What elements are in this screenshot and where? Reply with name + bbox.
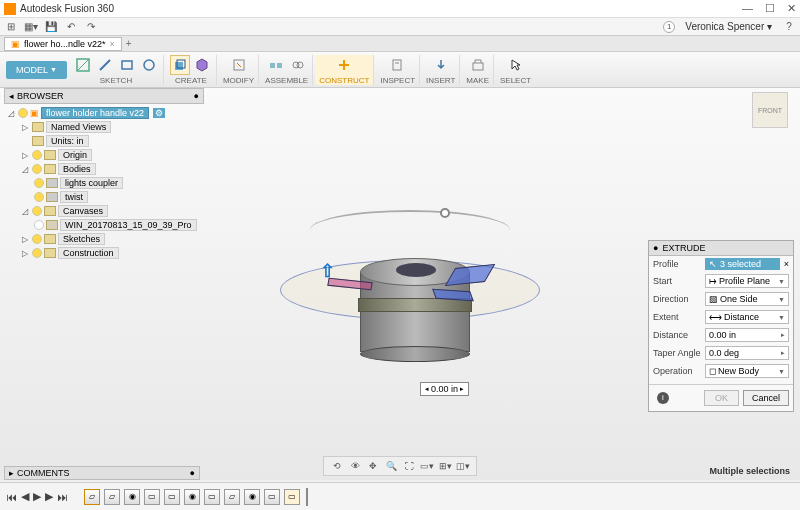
make-icon[interactable] bbox=[468, 55, 488, 75]
app-grid-icon[interactable]: ⊞ bbox=[4, 20, 18, 34]
tree-item[interactable]: ◿Bodies bbox=[6, 162, 212, 176]
tree-item[interactable]: ▷Sketches bbox=[6, 232, 212, 246]
distance-input[interactable]: 0.00 in▸ bbox=[705, 328, 789, 342]
tree-item[interactable]: lights coupler bbox=[6, 176, 212, 190]
operation-dropdown[interactable]: ◻ New Body▼ bbox=[705, 364, 789, 378]
dimension-input[interactable]: ◂0.00 in▸ bbox=[420, 382, 469, 396]
minimize-button[interactable]: — bbox=[742, 2, 753, 15]
viewport-dropdown[interactable]: ◫▾ bbox=[456, 459, 470, 473]
comments-panel[interactable]: ▸COMMENTS ● bbox=[4, 466, 200, 480]
timeline-step[interactable]: ▭ bbox=[284, 489, 300, 505]
box-icon[interactable] bbox=[192, 55, 212, 75]
grid-dropdown[interactable]: ⊞▾ bbox=[438, 459, 452, 473]
make-label[interactable]: MAKE bbox=[466, 76, 489, 85]
timeline-end[interactable]: ⏭ bbox=[57, 491, 68, 503]
modify-label[interactable]: MODIFY bbox=[223, 76, 254, 85]
inspect-icon[interactable] bbox=[388, 55, 408, 75]
timeline-step[interactable]: ▭ bbox=[264, 489, 280, 505]
undo-icon[interactable]: ↶ bbox=[64, 20, 78, 34]
look-icon[interactable]: 👁 bbox=[348, 459, 362, 473]
joint-icon[interactable] bbox=[288, 55, 308, 75]
timeline-playhead[interactable] bbox=[306, 488, 308, 506]
timeline-play[interactable]: ▶ bbox=[33, 490, 41, 503]
start-dropdown[interactable]: ↦ Profile Plane▼ bbox=[705, 274, 789, 288]
model-geometry[interactable]: ⇧ bbox=[300, 210, 520, 390]
save-icon[interactable]: 💾 bbox=[44, 20, 58, 34]
help-badge[interactable]: 1 bbox=[663, 21, 675, 33]
tree-root[interactable]: ◿▣ flower holder handle v22 ⚙ bbox=[6, 106, 212, 120]
timeline-start[interactable]: ⏮ bbox=[6, 491, 17, 503]
workspace-switcher[interactable]: MODEL ▼ bbox=[6, 61, 67, 79]
orbit-icon[interactable]: ⟲ bbox=[330, 459, 344, 473]
tree-item[interactable]: ▷Named Views bbox=[6, 120, 212, 134]
timeline-step[interactable]: ◉ bbox=[184, 489, 200, 505]
timeline-back[interactable]: ◀ bbox=[21, 490, 29, 503]
gear-icon[interactable]: ⚙ bbox=[153, 108, 165, 118]
tree-item[interactable]: Units: in bbox=[6, 134, 212, 148]
cylinder-bottom[interactable] bbox=[360, 346, 470, 362]
extrude-header[interactable]: ●EXTRUDE bbox=[649, 241, 793, 256]
assemble-icon[interactable] bbox=[266, 55, 286, 75]
maximize-button[interactable]: ☐ bbox=[765, 2, 775, 15]
timeline-step[interactable]: ▱ bbox=[104, 489, 120, 505]
cancel-button[interactable]: Cancel bbox=[743, 390, 789, 406]
ok-button[interactable]: OK bbox=[704, 390, 739, 406]
direction-dropdown[interactable]: ▧ One Side▼ bbox=[705, 292, 789, 306]
comments-settings-icon[interactable]: ● bbox=[190, 468, 195, 478]
browser-header[interactable]: ◂ BROWSER ● bbox=[4, 88, 204, 104]
timeline-step[interactable]: ▭ bbox=[144, 489, 160, 505]
extrude-icon[interactable] bbox=[170, 55, 190, 75]
select-icon[interactable] bbox=[506, 55, 526, 75]
clear-selection-icon[interactable]: × bbox=[784, 259, 789, 269]
timeline-step[interactable]: ◉ bbox=[244, 489, 260, 505]
line-icon[interactable] bbox=[95, 55, 115, 75]
tree-item[interactable]: ◿Canvases bbox=[6, 204, 212, 218]
help-icon[interactable]: ? bbox=[782, 20, 796, 34]
circle-icon[interactable] bbox=[139, 55, 159, 75]
document-tab-label: flower ho...ndle v22* bbox=[24, 39, 106, 49]
taper-input[interactable]: 0.0 deg▸ bbox=[705, 346, 789, 360]
new-tab-button[interactable]: + bbox=[126, 38, 132, 49]
assemble-label[interactable]: ASSEMBLE bbox=[265, 76, 308, 85]
timeline-step[interactable]: ▱ bbox=[84, 489, 100, 505]
user-menu[interactable]: Veronica Spencer ▾ bbox=[681, 21, 776, 32]
file-menu[interactable]: ▦▾ bbox=[24, 20, 38, 34]
extrude-direction-arrow[interactable]: ⇧ bbox=[320, 260, 335, 282]
insert-label[interactable]: INSERT bbox=[426, 76, 455, 85]
extent-dropdown[interactable]: ⟷ Distance▼ bbox=[705, 310, 789, 324]
fit-icon[interactable]: ⛶ bbox=[402, 459, 416, 473]
close-button[interactable]: ✕ bbox=[787, 2, 796, 15]
inspect-label[interactable]: INSPECT bbox=[380, 76, 415, 85]
profile-selection[interactable]: ↖ 3 selected bbox=[705, 258, 780, 270]
quick-access-bar: ⊞ ▦▾ 💾 ↶ ↷ 1 Veronica Spencer ▾ ? bbox=[0, 18, 800, 36]
timeline-fwd[interactable]: ▶ bbox=[45, 490, 53, 503]
redo-icon[interactable]: ↷ bbox=[84, 20, 98, 34]
rectangle-icon[interactable] bbox=[117, 55, 137, 75]
zoom-icon[interactable]: 🔍 bbox=[384, 459, 398, 473]
pan-icon[interactable]: ✥ bbox=[366, 459, 380, 473]
tree-item[interactable]: ▷Construction bbox=[6, 246, 212, 260]
modify-icon[interactable] bbox=[229, 55, 249, 75]
sketch-icon[interactable] bbox=[73, 55, 93, 75]
timeline-step[interactable]: ▭ bbox=[204, 489, 220, 505]
document-tab[interactable]: ▣ flower ho...ndle v22* × bbox=[4, 37, 122, 51]
select-label[interactable]: SELECT bbox=[500, 76, 531, 85]
orbit-handle[interactable] bbox=[440, 208, 450, 218]
view-cube[interactable]: FRONT bbox=[752, 92, 788, 128]
construct-icon[interactable] bbox=[334, 55, 354, 75]
display-dropdown[interactable]: ▭▾ bbox=[420, 459, 434, 473]
construct-label[interactable]: CONSTRUCT bbox=[319, 76, 369, 85]
close-tab-icon[interactable]: × bbox=[110, 39, 115, 49]
timeline-step[interactable]: ▱ bbox=[224, 489, 240, 505]
insert-icon[interactable] bbox=[431, 55, 451, 75]
timeline-step[interactable]: ▭ bbox=[164, 489, 180, 505]
sketch-label[interactable]: SKETCH bbox=[100, 76, 132, 85]
tree-item[interactable]: WIN_20170813_15_09_39_Pro bbox=[6, 218, 212, 232]
timeline-step[interactable]: ◉ bbox=[124, 489, 140, 505]
tree-item[interactable]: twist bbox=[6, 190, 212, 204]
browser-settings-icon[interactable]: ● bbox=[194, 91, 199, 101]
cylinder-band[interactable] bbox=[358, 298, 472, 312]
info-icon[interactable]: i bbox=[657, 392, 669, 404]
tree-item[interactable]: ▷Origin bbox=[6, 148, 212, 162]
create-label[interactable]: CREATE bbox=[175, 76, 207, 85]
